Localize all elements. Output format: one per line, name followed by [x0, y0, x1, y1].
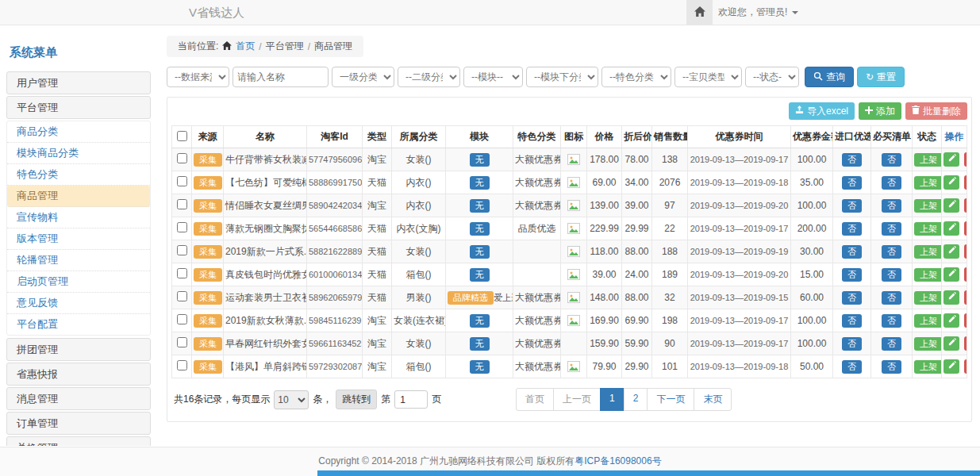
user-menu[interactable]: 欢迎您，管理员! — [718, 0, 798, 25]
search-button[interactable]: 查询 — [805, 67, 854, 87]
sidebar-subitem[interactable]: 启动页管理 — [7, 271, 150, 293]
edit-button[interactable] — [943, 267, 959, 282]
edit-button[interactable] — [943, 290, 959, 305]
status-button[interactable]: 上架 — [914, 360, 942, 374]
import-excel-button[interactable]: 导入excel — [789, 102, 855, 120]
must-buy-toggle[interactable]: 否 — [882, 337, 901, 351]
sidebar-group[interactable]: 拼团管理 — [6, 338, 151, 361]
status-button[interactable]: 上架 — [914, 245, 942, 259]
status-button[interactable]: 上架 — [914, 337, 942, 351]
page-button[interactable]: 下一页 — [647, 388, 694, 411]
sidebar-group-platform[interactable]: 平台管理 — [6, 96, 151, 119]
delete-button[interactable] — [964, 175, 967, 190]
import-select-toggle[interactable]: 否 — [842, 153, 862, 167]
status-button[interactable]: 上架 — [914, 176, 942, 190]
delete-button[interactable] — [964, 221, 967, 236]
page-button[interactable]: 末页 — [694, 388, 732, 411]
edit-button[interactable] — [943, 175, 959, 190]
must-buy-toggle[interactable]: 否 — [882, 268, 901, 282]
import-select-toggle[interactable]: 否 — [842, 245, 862, 259]
data-source-select[interactable]: --数据来源-- — [167, 67, 229, 87]
must-buy-toggle[interactable]: 否 — [882, 360, 901, 374]
page-button[interactable]: 首页 — [516, 388, 554, 411]
status-button[interactable]: 上架 — [914, 222, 942, 236]
delete-button[interactable] — [964, 359, 967, 374]
delete-button[interactable] — [964, 198, 967, 213]
import-select-toggle[interactable]: 否 — [842, 268, 862, 282]
edit-button[interactable] — [943, 359, 959, 374]
row-checkbox[interactable] — [177, 153, 187, 163]
delete-button[interactable] — [964, 336, 967, 351]
row-checkbox[interactable] — [177, 268, 187, 278]
sidebar-subitem[interactable]: 商品分类 — [7, 121, 150, 143]
status-button[interactable]: 上架 — [914, 268, 942, 282]
page-button[interactable]: 2 — [624, 388, 648, 411]
import-select-toggle[interactable]: 否 — [842, 291, 862, 305]
status-button[interactable]: 上架 — [914, 199, 942, 213]
icp-link[interactable]: 粤ICP备16098006号 — [575, 455, 661, 466]
edit-button[interactable] — [943, 336, 959, 351]
row-checkbox[interactable] — [177, 222, 187, 232]
delete-button[interactable] — [964, 290, 967, 305]
sidebar-subitem[interactable]: 版本管理 — [7, 228, 150, 250]
jump-button[interactable]: 跳转到 — [336, 390, 377, 409]
select-all-checkbox[interactable] — [177, 131, 187, 141]
sidebar-subitem[interactable]: 平台配置 — [7, 314, 150, 335]
status-button[interactable]: 上架 — [914, 291, 942, 305]
must-buy-toggle[interactable]: 否 — [882, 153, 901, 167]
per-page-select[interactable]: 10 — [274, 390, 309, 409]
must-buy-toggle[interactable]: 否 — [882, 176, 901, 190]
must-buy-toggle[interactable]: 否 — [882, 222, 901, 236]
row-checkbox[interactable] — [177, 176, 187, 186]
import-select-toggle[interactable]: 否 — [842, 314, 862, 328]
sidebar-group[interactable]: 订单管理 — [6, 412, 151, 435]
filter-select[interactable]: 一级分类 — [332, 67, 394, 87]
status-button[interactable]: 上架 — [914, 153, 942, 167]
import-select-toggle[interactable]: 否 — [842, 360, 862, 374]
must-buy-toggle[interactable]: 否 — [882, 199, 901, 213]
sidebar-group[interactable]: 消息管理 — [6, 387, 151, 410]
must-buy-toggle[interactable]: 否 — [882, 314, 901, 328]
reset-button[interactable]: ↻ 重置 — [857, 67, 905, 87]
sidebar-subitem[interactable]: 特色分类 — [7, 164, 150, 186]
row-checkbox[interactable] — [177, 360, 187, 370]
delete-button[interactable] — [964, 267, 967, 282]
edit-button[interactable] — [943, 244, 959, 259]
add-button[interactable]: 添加 — [859, 102, 901, 120]
edit-button[interactable] — [943, 198, 959, 213]
name-search-input[interactable] — [233, 67, 329, 87]
sidebar-subitem[interactable]: 轮播管理 — [7, 250, 150, 271]
edit-button[interactable] — [943, 221, 959, 236]
filter-select[interactable]: --模块下分类-- — [526, 67, 598, 87]
delete-button[interactable] — [964, 244, 967, 259]
sidebar-group-users[interactable]: 用户管理 — [6, 71, 151, 94]
import-select-toggle[interactable]: 否 — [842, 337, 862, 351]
sidebar-group[interactable]: 省惠快报 — [6, 363, 151, 386]
status-button[interactable]: 上架 — [914, 314, 942, 328]
must-buy-toggle[interactable]: 否 — [882, 245, 901, 259]
sidebar-subitem[interactable]: 意见反馈 — [7, 293, 150, 314]
import-select-toggle[interactable]: 否 — [842, 222, 862, 236]
page-button[interactable]: 上一页 — [553, 388, 601, 411]
sidebar-group[interactable]: 兑换管理 — [6, 436, 151, 446]
row-checkbox[interactable] — [177, 337, 187, 347]
delete-button[interactable] — [964, 313, 967, 328]
batch-delete-button[interactable]: 批量删除 — [905, 102, 967, 120]
filter-select[interactable]: --状态-- — [745, 67, 799, 87]
sidebar-subitem[interactable]: 宣传物料 — [7, 207, 150, 228]
filter-select[interactable]: --模块-- — [463, 67, 523, 87]
import-select-toggle[interactable]: 否 — [842, 199, 862, 213]
must-buy-toggle[interactable]: 否 — [882, 291, 901, 305]
row-checkbox[interactable] — [177, 199, 187, 209]
breadcrumb-home-link[interactable]: 首页 — [236, 40, 255, 53]
filter-select[interactable]: --特色分类-- — [601, 67, 671, 87]
sidebar-subitem[interactable]: 模块商品分类 — [7, 143, 150, 164]
delete-button[interactable] — [964, 152, 967, 167]
edit-button[interactable] — [943, 313, 959, 328]
row-checkbox[interactable] — [177, 245, 187, 255]
filter-select[interactable]: --二级分类-- — [398, 67, 460, 87]
import-select-toggle[interactable]: 否 — [842, 176, 862, 190]
home-nav-button[interactable] — [686, 0, 713, 25]
filter-select[interactable]: --宝贝类型-- — [674, 67, 742, 87]
row-checkbox[interactable] — [177, 314, 187, 324]
